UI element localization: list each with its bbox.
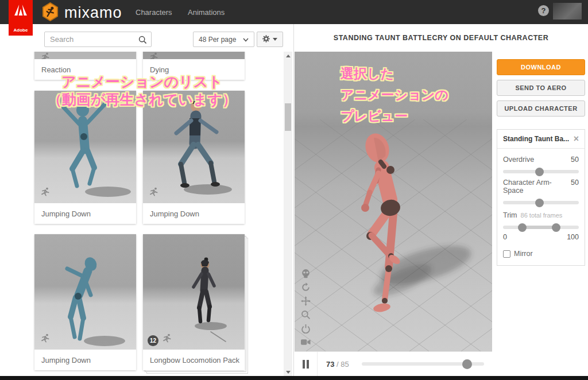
trim-slider-thumb-end[interactable] [552, 223, 560, 232]
panel-divider [293, 24, 294, 376]
animation-thumbnail: 12 [143, 234, 245, 350]
close-icon[interactable]: × [574, 134, 579, 144]
animation-card-label: Longbow Locomotion Pack [143, 350, 245, 370]
zoom-icon[interactable] [301, 310, 311, 320]
playback-slider[interactable] [362, 362, 484, 366]
animation-card-longbow-pack[interactable]: 12 Longbow Locomotion Pack [143, 234, 245, 370]
animation-card-label: Jumping Down [143, 203, 245, 224]
trim-label: Trim [503, 211, 517, 219]
character-head-icon[interactable] [301, 269, 311, 278]
animation-thumbnail [34, 91, 136, 203]
animation-card-label: Reaction [34, 59, 136, 80]
trim-row: Trim 86 total frames [503, 211, 579, 219]
animation-run-icon [162, 334, 172, 346]
per-page-select[interactable]: 48 Per page [193, 32, 254, 47]
preview-character [295, 52, 492, 351]
armspace-slider[interactable] [503, 201, 579, 204]
animation-grid: Reaction Dying [0, 52, 293, 376]
overdrive-label: Overdrive [503, 156, 534, 164]
overdrive-value: 50 [571, 156, 579, 164]
nav-characters[interactable]: Characters [136, 8, 172, 17]
overdrive-slider-thumb[interactable] [535, 168, 544, 176]
animation-run-icon [40, 334, 51, 346]
preview-title: STANDING TAUNT BATTLECRY ON DEFAULT CHAR… [334, 34, 548, 42]
brand-wordmark: mixamo [64, 4, 122, 22]
adobe-label: Adobe [14, 28, 28, 33]
current-frame: 73 [326, 360, 334, 369]
orbit-rotate-icon[interactable] [301, 282, 311, 292]
animation-card-jumping-down-2[interactable]: Jumping Down [143, 91, 245, 224]
armspace-value: 50 [571, 179, 579, 187]
animation-thumbnail [34, 52, 136, 59]
scroll-up-arrow-icon[interactable] [284, 52, 292, 60]
armspace-row: Character Arm-Space 50 [503, 179, 579, 195]
user-avatar[interactable] [553, 3, 582, 20]
settings-gear-button[interactable] [257, 32, 283, 47]
search-icon[interactable] [138, 36, 147, 46]
trim-max-label: 100 [567, 233, 579, 241]
adobe-a-icon [14, 5, 27, 18]
animation-thumbnail [34, 234, 136, 350]
caret-down-icon [273, 38, 277, 41]
mirror-row: Mirror [503, 250, 579, 258]
scroll-down-arrow-icon[interactable] [284, 368, 292, 376]
panel-header: Standing Taunt Ba... × [497, 130, 585, 149]
adobe-logo[interactable]: Adobe [9, 0, 33, 36]
nav-animations[interactable]: Animations [188, 8, 225, 17]
animation-card-label: Dying [143, 59, 245, 80]
panel-body: Overdrive 50 Character Arm-Space 50 Trim… [497, 149, 585, 265]
playback-slider-thumb[interactable] [462, 359, 472, 369]
animations-toolbar: 48 Per page [0, 24, 293, 52]
animation-settings-panel: Standing Taunt Ba... × Overdrive 50 Char… [497, 129, 585, 266]
trim-slider-range [522, 226, 556, 229]
animation-thumbnail [143, 52, 245, 59]
send-to-aero-button[interactable]: SEND TO AERO [497, 80, 585, 96]
search-box [44, 32, 152, 47]
animation-thumbnail [143, 91, 245, 203]
frame-separator: / [334, 360, 341, 369]
animation-run-icon [40, 52, 51, 59]
mirror-checkbox[interactable] [503, 250, 510, 258]
viewer-canvas[interactable]: 選択した アニメーションの プレビュー [295, 52, 492, 351]
animation-run-icon [40, 187, 51, 199]
download-button[interactable]: DOWNLOAD [497, 59, 585, 75]
overdrive-slider[interactable] [503, 170, 579, 173]
scrollbar-thumb[interactable] [285, 103, 291, 131]
trim-slider-thumb-start[interactable] [518, 223, 527, 232]
reset-power-icon[interactable] [301, 324, 311, 334]
bottom-strip [0, 376, 588, 380]
mixamo-logo[interactable]: mixamo [41, 2, 122, 24]
chevron-down-icon [243, 36, 249, 44]
animation-card-reaction[interactable]: Reaction [34, 52, 136, 80]
trim-slider[interactable] [503, 226, 579, 229]
total-frames: 85 [341, 360, 349, 369]
trim-minmax: 0 100 [503, 233, 579, 241]
frame-counter: 73 / 85 [326, 352, 349, 376]
panel-title: Standing Taunt Ba... [503, 135, 569, 143]
mirror-label: Mirror [514, 250, 533, 258]
animation-card-dying[interactable]: Dying [143, 52, 245, 80]
trim-min-label: 0 [503, 233, 507, 241]
armspace-slider-thumb[interactable] [535, 199, 544, 207]
help-icon[interactable]: ? [538, 5, 549, 16]
search-input[interactable] [45, 32, 151, 46]
animation-run-icon [149, 52, 159, 59]
animation-card-label: Jumping Down [34, 350, 136, 370]
animation-card-jumping-down-1[interactable]: Jumping Down [34, 91, 136, 224]
armspace-label: Character Arm-Space [503, 179, 558, 195]
pack-count-badge: 12 [148, 335, 158, 346]
animation-card-label: Jumping Down [34, 203, 136, 224]
overdrive-row: Overdrive 50 [503, 156, 579, 164]
per-page-value: 48 Per page [199, 36, 236, 44]
pan-move-icon[interactable] [301, 296, 311, 306]
viewer-toolbar [301, 269, 311, 347]
upload-character-button[interactable]: UPLOAD CHARACTER [497, 100, 585, 117]
gear-icon [262, 34, 270, 45]
trim-info: 86 total frames [521, 212, 563, 219]
camera-icon[interactable] [301, 338, 311, 347]
animation-card-jumping-down-3[interactable]: Jumping Down [34, 234, 136, 370]
pause-button[interactable] [295, 352, 318, 376]
top-navigation-bar: mixamo Characters Animations ? [0, 0, 588, 24]
grid-scrollbar[interactable] [284, 52, 292, 376]
preview-title-bar: STANDING TAUNT BATTLECRY ON DEFAULT CHAR… [294, 24, 588, 52]
